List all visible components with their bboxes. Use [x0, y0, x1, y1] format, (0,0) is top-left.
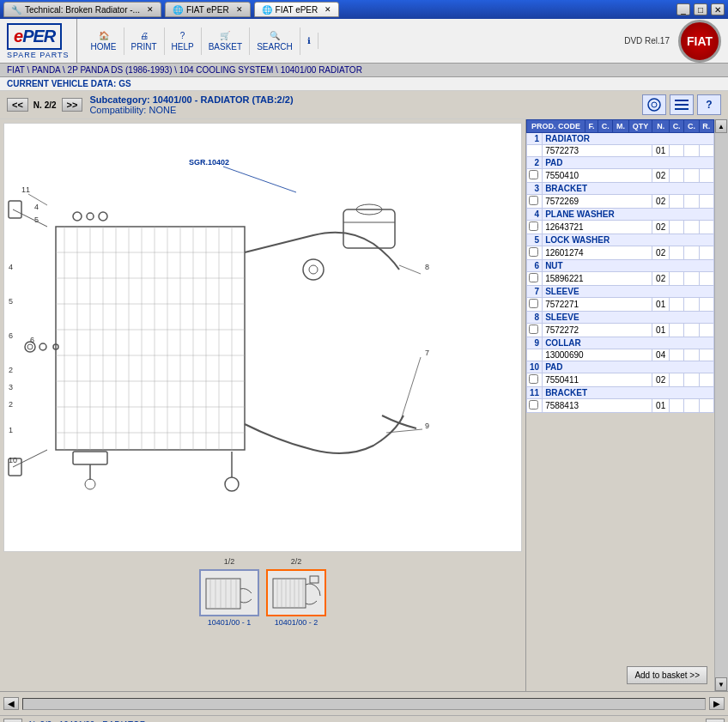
thumbnail-1[interactable]: [199, 569, 259, 616]
list-view-btn[interactable]: [670, 94, 694, 115]
taskbar-tab-2[interactable]: 🌐 FIAT ePER ✕: [165, 2, 251, 17]
part-name: BRACKET: [543, 387, 714, 399]
part-checkbox-cell[interactable]: [527, 272, 543, 286]
nav-basket[interactable]: 🛒 BASKET: [202, 27, 250, 55]
svg-point-41: [73, 212, 82, 221]
part-n: [669, 246, 683, 260]
part-checkbox[interactable]: [529, 325, 538, 334]
part-checkbox[interactable]: [529, 247, 538, 257]
content-wrapper: << N. 2/2 >> Subcategory: 10401/00 - RAD…: [0, 91, 728, 715]
part-qty: 02: [652, 195, 670, 209]
part-checkbox[interactable]: [529, 374, 538, 384]
tab-close-3[interactable]: ✕: [325, 5, 331, 14]
part-checkbox-cell[interactable]: [527, 169, 543, 183]
svg-rect-28: [343, 209, 395, 248]
svg-rect-35: [9, 201, 21, 218]
part-r: [699, 246, 713, 260]
part-num: 6: [527, 260, 543, 272]
tab-close-1[interactable]: ✕: [147, 5, 154, 14]
part-code: 7572272: [543, 324, 652, 337]
part-name: RADIATOR: [543, 133, 714, 145]
nav-print[interactable]: 🖨 PRINT: [124, 27, 165, 55]
svg-text:4: 4: [34, 203, 39, 211]
parts-table: PROD. CODE F. C. M. QTY N. C. C. R. 1: [526, 119, 714, 413]
part-num: 7: [527, 286, 543, 298]
taskbar: 🔧 Technical: Broken Radiator -... ✕ 🌐 FI…: [0, 0, 728, 19]
svg-text:4: 4: [9, 263, 13, 271]
part-name-row: 4 PLANE WASHER: [527, 209, 714, 221]
scroll-down-btn[interactable]: ▼: [715, 677, 727, 691]
part-code: 12601274: [543, 246, 652, 260]
help-view-btn[interactable]: ?: [697, 94, 721, 115]
svg-rect-4: [675, 108, 689, 110]
scroll-right-btn[interactable]: ▶: [709, 697, 725, 710]
part-c: [684, 324, 699, 337]
nav-info[interactable]: ℹ: [300, 33, 318, 49]
maximize-btn[interactable]: □: [694, 3, 707, 15]
svg-point-31: [303, 259, 324, 280]
part-r: [699, 324, 713, 337]
fiat-logo: FIAT: [678, 20, 721, 63]
part-num: 2: [527, 157, 543, 169]
part-name-row: 5 LOCK WASHER: [527, 234, 714, 246]
part-c: [684, 298, 699, 312]
part-r: [699, 298, 713, 312]
part-code-row: 12601274 02: [527, 246, 714, 260]
vertical-scrollbar: ▲ ▼: [714, 119, 728, 691]
nav-help[interactable]: ? HELP: [165, 27, 202, 55]
diagram-view-btn[interactable]: [642, 94, 666, 115]
part-qty: 02: [652, 221, 670, 234]
part-checkbox-cell[interactable]: [527, 195, 543, 209]
prev-page-btn[interactable]: <<: [7, 98, 28, 112]
part-checkbox-cell[interactable]: [527, 399, 543, 413]
part-checkbox-cell[interactable]: [527, 298, 543, 312]
part-c: [684, 221, 699, 234]
svg-point-0: [648, 99, 660, 111]
part-checkbox[interactable]: [529, 400, 538, 410]
close-btn[interactable]: ✕: [711, 3, 725, 15]
status-right-btn[interactable]: >>: [706, 719, 725, 722]
taskbar-tab-1[interactable]: 🔧 Technical: Broken Radiator -... ✕: [3, 2, 161, 17]
part-checkbox[interactable]: [529, 273, 538, 282]
logo-area: ePER SPARE PARTS: [7, 23, 70, 59]
home-icon: 🏠: [99, 31, 109, 40]
part-checkbox[interactable]: [529, 196, 538, 205]
thumbnail-2[interactable]: [266, 569, 326, 616]
nav-search[interactable]: 🔍 SEARCH: [250, 27, 300, 55]
part-code: 13000690: [543, 349, 652, 361]
svg-rect-85: [310, 576, 318, 583]
part-checkbox-cell[interactable]: [527, 373, 543, 387]
part-checkbox[interactable]: [529, 170, 538, 179]
taskbar-tab-3[interactable]: 🌐 FIAT ePER ✕: [254, 2, 340, 17]
svg-point-47: [225, 477, 239, 491]
part-checkbox-cell[interactable]: [527, 221, 543, 234]
tab-close-2[interactable]: ✕: [236, 5, 243, 14]
svg-rect-3: [675, 104, 689, 106]
svg-point-46: [85, 479, 95, 489]
part-r: [699, 399, 713, 413]
svg-text:1: 1: [9, 426, 13, 434]
part-code: 7572269: [543, 195, 652, 209]
view-icons: ?: [642, 94, 721, 115]
add-to-basket-btn[interactable]: Add to basket >>: [627, 666, 707, 684]
next-page-btn[interactable]: >>: [62, 98, 83, 112]
part-checkbox-cell[interactable]: [527, 324, 543, 337]
minimize-btn[interactable]: _: [676, 3, 690, 15]
nav-home[interactable]: 🏠 HOME: [84, 27, 124, 55]
part-n: [669, 169, 683, 183]
scroll-left-btn[interactable]: ◀: [3, 697, 19, 710]
status-left-btn[interactable]: <<: [3, 719, 22, 722]
part-checkbox[interactable]: [529, 299, 538, 308]
part-code-row: 7572273 01: [527, 145, 714, 157]
part-checkbox[interactable]: [529, 221, 538, 231]
panels-wrapper: 11 4 5 6 2 4 5 3 2 1 10 7 8 9: [0, 119, 728, 691]
header-qty: QTY: [628, 120, 652, 133]
part-n: [669, 272, 683, 286]
scroll-up-btn[interactable]: ▲: [715, 119, 727, 133]
nav-items: 🏠 HOME 🖨 PRINT ? HELP 🛒 BASKET 🔍 SEARCH …: [76, 19, 318, 63]
eper-logo: ePER: [7, 23, 62, 50]
part-checkbox-cell[interactable]: [527, 246, 543, 260]
scrollbar-track[interactable]: [22, 698, 706, 710]
tab-icon-3: 🌐: [262, 5, 272, 15]
part-code-row: 7550410 02: [527, 169, 714, 183]
